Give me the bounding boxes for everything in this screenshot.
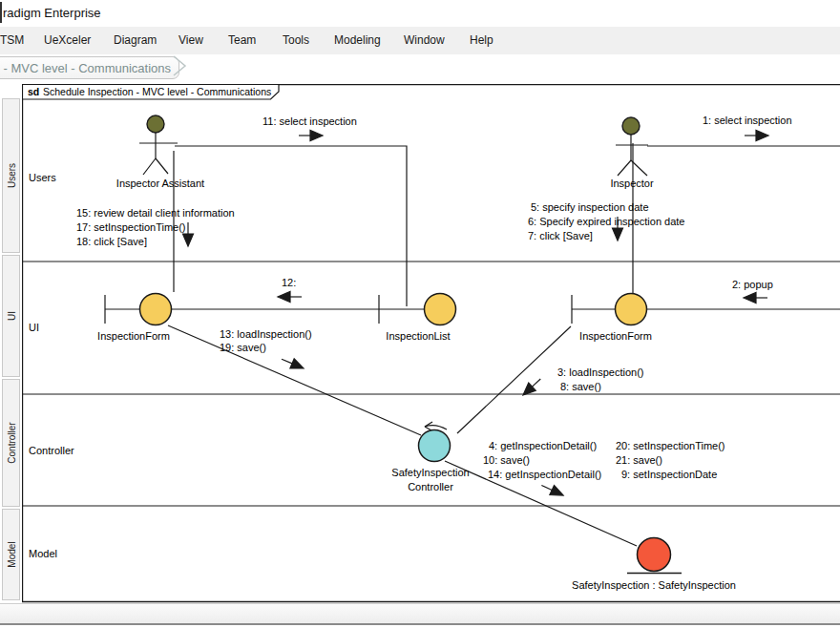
actor-head: [622, 117, 640, 135]
message-8[interactable]: 8: save(): [560, 381, 601, 392]
title-bar: radigm Enterprise: [0, 0, 840, 27]
object-inspectionform-left[interactable]: InspectionForm: [97, 294, 171, 343]
menu-tools[interactable]: Tools: [283, 33, 309, 47]
message-9[interactable]: 9: setInspectionDate: [621, 469, 717, 480]
message-13[interactable]: 13: loadInspection(): [220, 328, 312, 340]
arrow-left-icon: [278, 292, 302, 303]
lane-label-controller: Controller: [29, 445, 74, 456]
actor-inspector[interactable]: Inspector: [610, 117, 654, 189]
message-17[interactable]: 17: setInspectionTime(): [76, 221, 186, 233]
menu-bar: TSM UeXceler Diagram View Team Tools Mod…: [0, 27, 840, 55]
links: [105, 143, 840, 546]
diagram-tab-label: - MVC level - Communications: [3, 61, 171, 75]
message-21[interactable]: 21: save(): [616, 454, 662, 466]
tab-chevron-icon: [173, 55, 189, 78]
message-14[interactable]: 14: getInspectionDetail(): [488, 469, 601, 480]
object-label-line1[interactable]: SafetyInspection: [391, 467, 469, 478]
menu-uexceler[interactable]: UeXceler: [44, 33, 91, 47]
object-label[interactable]: SafetyInspection : SafetyInspection: [572, 579, 736, 591]
lane-header-ui[interactable]: UI: [2, 255, 20, 377]
boundary-circle: [140, 294, 172, 325]
menu-tsm[interactable]: TSM: [0, 33, 24, 47]
arrow-se-icon: [539, 480, 565, 500]
arrow-right-icon: [745, 131, 768, 141]
lane-label-users: Users: [29, 172, 56, 183]
arrow-left-icon: [744, 293, 767, 304]
lane-header-users[interactable]: Users: [2, 98, 20, 253]
arrow-se-icon: [280, 354, 305, 373]
message-19[interactable]: 19: save(): [220, 342, 266, 353]
lane-header-users-label: Users: [6, 163, 16, 188]
frame-title: Schedule Inspection - MVC level - Commun…: [43, 86, 271, 97]
message-5[interactable]: 5: specify inspection date: [531, 201, 649, 213]
horizontal-scrollbar[interactable]: [0, 603, 840, 625]
menu-modeling[interactable]: Modeling: [334, 33, 381, 47]
object-label[interactable]: InspectionForm: [579, 330, 652, 342]
menu-window[interactable]: Window: [404, 33, 445, 47]
frame-keyword: sd: [28, 86, 39, 97]
menu-view[interactable]: View: [178, 33, 203, 47]
message-20[interactable]: 20: setInspectionTime(): [616, 440, 725, 451]
actor-head: [147, 115, 164, 133]
message-18[interactable]: 18: click [Save]: [76, 236, 147, 247]
link-formleft-controller[interactable]: [168, 325, 421, 435]
diagram-tab[interactable]: - MVC level - Communications: [0, 56, 179, 79]
message-15[interactable]: 15: review detail client information: [76, 207, 235, 219]
entity-circle: [638, 538, 671, 572]
actor-inspector-assistant[interactable]: Inspector Assistant: [116, 115, 204, 189]
message-10[interactable]: 10: save(): [483, 454, 530, 466]
lane-header-controller[interactable]: Controller: [2, 379, 20, 507]
lane-label-ui: UI: [29, 322, 39, 333]
controller-circle: [419, 430, 451, 462]
object-label[interactable]: InspectionForm: [97, 330, 170, 342]
controller-arrow-icon: [425, 422, 447, 430]
message-11[interactable]: 11: select inspection: [262, 115, 357, 127]
lane-header-controller-label: Controller: [6, 422, 16, 463]
tab-row: - MVC level - Communications: [0, 54, 840, 84]
actor-body: [139, 133, 178, 175]
app-icon: [0, 2, 2, 23]
menu-diagram[interactable]: Diagram: [114, 33, 157, 47]
message-3[interactable]: 3: loadInspection(): [557, 366, 644, 378]
menu-team[interactable]: Team: [228, 33, 256, 47]
object-safetyinspection-entity[interactable]: SafetyInspection : SafetyInspection: [572, 538, 736, 592]
lane-header-model[interactable]: Model: [2, 509, 20, 600]
boundary-circle: [616, 294, 647, 325]
message-7[interactable]: 7: click [Save]: [528, 230, 593, 241]
lane-header-model-label: Model: [6, 541, 16, 567]
message-4[interactable]: 4: getInspectionDetail(): [489, 440, 597, 451]
window-title: radigm Enterprise: [3, 6, 101, 20]
lane-label-model: Model: [29, 548, 57, 559]
actor-body: [616, 135, 648, 176]
communication-diagram-canvas[interactable]: sd Schedule Inspection - MVC level - Com…: [22, 84, 840, 604]
message-1[interactable]: 1: select inspection: [703, 115, 792, 126]
actor-label[interactable]: Inspector: [610, 178, 654, 189]
message-2[interactable]: 2: popup: [732, 279, 773, 290]
message-12[interactable]: 12:: [282, 277, 296, 288]
menu-help[interactable]: Help: [470, 33, 494, 47]
object-label-line2[interactable]: Controller: [408, 481, 453, 492]
object-inspectionform-right[interactable]: InspectionForm: [579, 294, 652, 343]
lane-header-ui-label: UI: [6, 311, 16, 321]
boundary-circle: [425, 294, 456, 325]
actor-label[interactable]: Inspector Assistant: [116, 178, 204, 189]
object-inspectionlist[interactable]: InspectionList: [386, 294, 455, 343]
app-window: radigm Enterprise TSM UeXceler Diagram V…: [0, 0, 840, 628]
frame-border: [23, 85, 840, 602]
link-formright-controller[interactable]: [457, 326, 571, 433]
arrow-right-icon: [299, 131, 323, 141]
object-label[interactable]: InspectionList: [386, 330, 450, 342]
message-6[interactable]: 6: Specify expired inspection date: [528, 216, 685, 227]
arrow-sw-icon: [519, 375, 544, 399]
frame-label: sd Schedule Inspection - MVC level - Com…: [28, 86, 271, 97]
